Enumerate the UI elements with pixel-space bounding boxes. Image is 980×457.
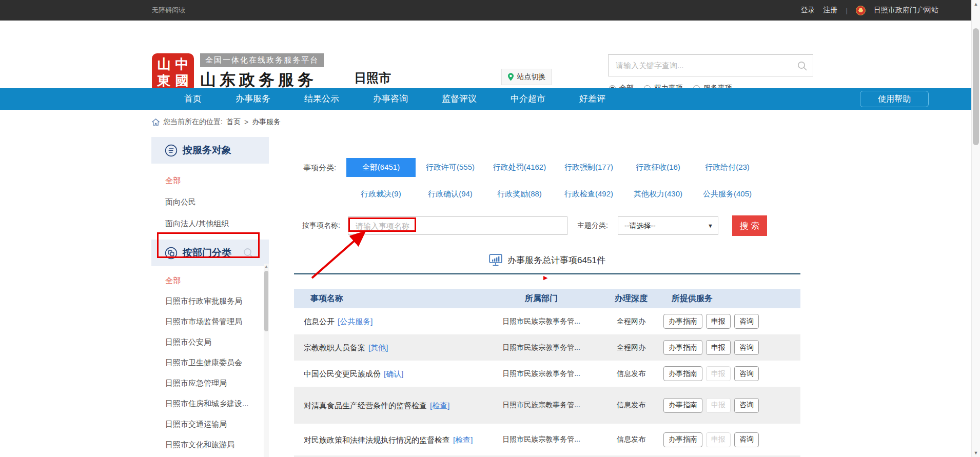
table-row: 信息公开[公共服务] 日照市民族宗教事务管... 全程网办 办事指南 申报 咨询	[294, 308, 800, 334]
dept-item[interactable]: 日照市应急管理局	[151, 373, 269, 393]
table-row: 对民族政策和法律法规执行情况的监督检查[检查] 日照市民族宗教事务管... 信息…	[294, 424, 800, 455]
guide-button[interactable]: 办事指南	[663, 340, 702, 355]
page-scrollbar[interactable]: ▲ ▼	[971, 0, 980, 457]
tab-xingzheng-queren[interactable]: 行政确认(94)	[416, 187, 485, 201]
breadcrumb-current[interactable]: 办事服务	[252, 117, 281, 127]
item-name-text: 信息公开[公共服务]	[304, 317, 373, 326]
scroll-up-arrow-icon[interactable]: ▲	[264, 264, 269, 270]
dept-list-scrollbar[interactable]: ▲	[264, 264, 269, 457]
portal-link[interactable]: 日照市政府门户网站	[874, 6, 938, 15]
dept-item-all[interactable]: 全部	[151, 270, 269, 291]
page: 无障碍阅读 登录 注册 | 日照市政府门户网站 山 中 東 國 全国一体化在线政…	[0, 0, 980, 457]
dept-item[interactable]: 日照市市场监督管理局	[151, 311, 269, 332]
search-button[interactable]: 搜 索	[732, 215, 767, 236]
tab-xingzheng-jiangli[interactable]: 行政奖励(88)	[485, 187, 554, 201]
breadcrumb-separator: >	[244, 118, 248, 126]
col-header-depth: 办理深度	[603, 293, 659, 304]
cell-services: 办事指南 申报 咨询	[659, 398, 800, 413]
platform-badge: 全国一体化在线政务服务平台	[200, 53, 324, 67]
consult-button[interactable]: 咨询	[734, 432, 759, 447]
guide-button[interactable]: 办事指南	[663, 398, 702, 413]
service-target-legal-person[interactable]: 面向法人/其他组织	[151, 213, 269, 234]
tab-all[interactable]: 全部(6451)	[346, 158, 416, 177]
nav-item-intermediary[interactable]: 中介超市	[494, 88, 562, 110]
consult-button[interactable]: 咨询	[734, 398, 759, 413]
item-tag-link[interactable]: [检查]	[453, 435, 473, 444]
site-switch-button[interactable]: 站点切换	[501, 69, 552, 85]
total-items-text: 办事服务总计事项6451件	[507, 254, 605, 266]
topic-select[interactable]: --请选择-- ▼	[618, 216, 718, 235]
nav-item-supervision[interactable]: 监督评议	[425, 88, 494, 110]
nav-item-home[interactable]: 首页	[167, 88, 219, 110]
scrollbar-up-arrow-icon[interactable]: ▲	[972, 2, 980, 7]
item-name[interactable]: 对民族政策和法律法规执行情况的监督检查	[304, 435, 450, 444]
nav-item-services[interactable]: 办事服务	[219, 88, 287, 110]
topic-select-value: --请选择--	[624, 222, 656, 230]
tab-xingzheng-chufa[interactable]: 行政处罚(4162)	[485, 158, 554, 177]
consult-button[interactable]: 咨询	[734, 314, 759, 329]
tab-xingzheng-zhengshou[interactable]: 行政征收(16)	[623, 158, 693, 177]
apply-button[interactable]: 申报	[706, 398, 731, 413]
item-name-text: 对清真食品生产经营条件的监督检查[检查]	[304, 401, 449, 410]
apply-button[interactable]: 申报	[706, 340, 731, 355]
dept-item[interactable]: 日照市公安局	[151, 332, 269, 352]
apply-button[interactable]: 申报	[706, 366, 731, 381]
breadcrumb: 您当前所在的位置: 首页 > 办事服务	[152, 110, 281, 134]
guide-button[interactable]: 办事指南	[663, 432, 702, 447]
consult-button[interactable]: 咨询	[734, 366, 759, 381]
chart-monitor-icon	[489, 254, 502, 267]
stats-row: 办事服务总计事项6451件	[294, 254, 800, 267]
register-link[interactable]: 注册	[824, 6, 838, 15]
item-tag-link[interactable]: [确认]	[384, 369, 403, 378]
accessibility-link[interactable]: 无障碍阅读	[152, 0, 185, 21]
dept-scrollbar-thumb[interactable]	[264, 271, 268, 331]
help-button[interactable]: 使用帮助	[860, 91, 929, 107]
apply-button[interactable]: 申报	[706, 314, 731, 329]
tab-xingzheng-caijue[interactable]: 行政裁决(9)	[346, 187, 416, 201]
seal-char: 國	[173, 73, 191, 89]
scrollbar-down-arrow-icon[interactable]: ▼	[972, 450, 980, 455]
tab-xingzheng-jifu[interactable]: 行政给付(23)	[693, 158, 762, 177]
tab-xingzheng-jiancha[interactable]: 行政检查(492)	[554, 187, 623, 201]
dept-section-header[interactable]: 按部门分类	[151, 240, 269, 266]
guide-button[interactable]: 办事指南	[663, 314, 702, 329]
tab-xingzheng-qiangzhi[interactable]: 行政强制(177)	[554, 158, 623, 177]
breadcrumb-home[interactable]: 首页	[226, 117, 241, 127]
service-target-citizen[interactable]: 面向公民	[151, 191, 269, 213]
cell-depth: 信息发布	[603, 369, 659, 379]
dept-item[interactable]: 日照市卫生健康委员会	[151, 352, 269, 373]
item-name[interactable]: 信息公开	[304, 317, 335, 326]
page-scrollbar-thumb[interactable]	[973, 28, 979, 145]
keyword-search-input[interactable]	[609, 55, 789, 76]
item-tag-link[interactable]: [其他]	[368, 343, 388, 352]
dept-item[interactable]: 日照市住房和城乡建设...	[151, 393, 269, 414]
dept-search-icon[interactable]	[243, 247, 254, 259]
service-target-all[interactable]: 全部	[151, 170, 269, 191]
cell-department: 日照市民族宗教事务管...	[480, 369, 603, 379]
logo: 山 中 東 國 全国一体化在线政务服务平台 山东政务服务	[152, 53, 324, 92]
service-target-section-header[interactable]: 按服务对象	[151, 137, 269, 164]
cell-services: 办事指南 申报 咨询	[659, 314, 800, 329]
item-tag-link[interactable]: [检查]	[430, 401, 449, 410]
dept-item[interactable]: 日照市自然资源和规划...	[151, 455, 269, 457]
apply-button[interactable]: 申报	[706, 432, 731, 447]
tab-xingzheng-xuke[interactable]: 行政许可(555)	[416, 158, 485, 177]
item-name[interactable]: 宗教教职人员备案	[304, 343, 365, 352]
item-name[interactable]: 对清真食品生产经营条件的监督检查	[304, 401, 427, 410]
login-link[interactable]: 登录	[801, 6, 815, 15]
nav-item-results[interactable]: 结果公示	[287, 88, 356, 110]
guide-button[interactable]: 办事指南	[663, 366, 702, 381]
search-icon[interactable]	[797, 61, 808, 71]
tab-qita-quanli[interactable]: 其他权力(430)	[623, 187, 693, 201]
item-name-input[interactable]	[348, 216, 567, 235]
item-tag-link[interactable]: [公共服务]	[338, 317, 373, 326]
consult-button[interactable]: 咨询	[734, 340, 759, 355]
nav-item-consult[interactable]: 办事咨询	[356, 88, 425, 110]
dept-item[interactable]: 日照市行政审批服务局	[151, 291, 269, 311]
item-name[interactable]: 中国公民变更民族成份	[304, 369, 381, 378]
seal-char: 中	[173, 56, 191, 73]
dept-item[interactable]: 日照市文化和旅游局	[151, 434, 269, 455]
dept-item[interactable]: 日照市交通运输局	[151, 414, 269, 434]
tab-gonggong-fuwu[interactable]: 公共服务(405)	[693, 187, 762, 201]
nav-item-rating[interactable]: 好差评	[562, 88, 622, 110]
